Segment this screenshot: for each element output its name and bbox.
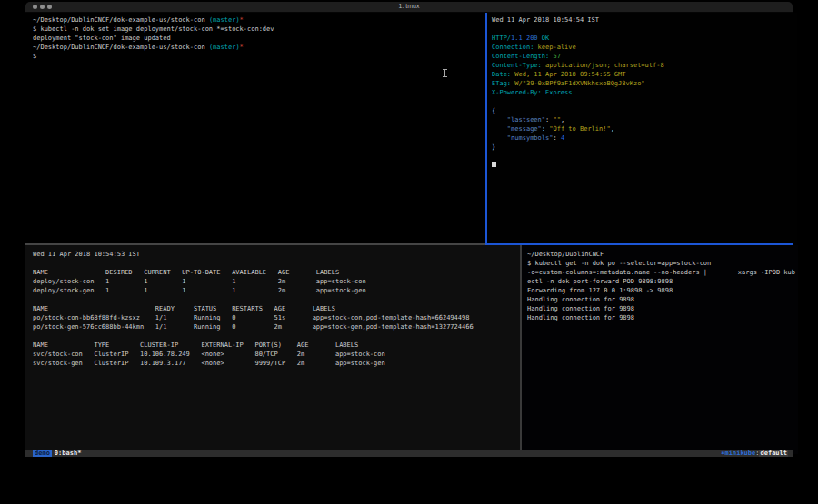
- terminal-line: "numsymbols": 4: [492, 133, 797, 143]
- window-tab-bash[interactable]: 0:bash*: [55, 450, 82, 457]
- terminal-line: "message": "Off to Berlin!",: [492, 124, 797, 133]
- terminal-line: po/stock-gen-576cc688bb-44kmn 1/1 Runnin…: [33, 322, 527, 331]
- terminal-line: Handling connection for 9898: [527, 304, 798, 313]
- tmux-statusbar: demo0:bash* ⎈minikube:default: [25, 450, 793, 457]
- terminal-line: HTTP/1.1 200 OK: [492, 34, 797, 43]
- terminal-line: -o=custom-columns=:metadata.name --no-he…: [527, 268, 798, 277]
- terminal-line: ~/Desktop/DublinCNCF/dok-example-us/stoc…: [33, 43, 493, 52]
- terminal-line: $: [33, 52, 493, 61]
- terminal-line: Date: Wed, 11 Apr 2018 09:54:55 GMT: [492, 70, 797, 79]
- terminal-line: NAME TYPE CLUSTER-IP EXTERNAL-IP PORT(S)…: [33, 341, 527, 350]
- terminal-line: deployment "stock-con" image updated: [33, 34, 493, 43]
- terminal-line: ~/Desktop/DublinCNCF/dok-example-us/stoc…: [33, 15, 493, 25]
- window-title: 1. tmux: [25, 3, 793, 9]
- desktop: 1. tmux ~/Desktop/DublinCNCF/dok-example…: [0, 0, 818, 504]
- pane-port-forward[interactable]: ~/Desktop/DublinCNCF$ kubectl get -n dok…: [522, 245, 798, 454]
- block-cursor: [492, 162, 496, 167]
- terminal-line: }: [492, 143, 797, 152]
- terminal-line: NAME READY STATUS RESTARTS AGE LABELS: [33, 304, 527, 313]
- session-name: demo: [33, 450, 52, 457]
- terminal-line: po/stock-con-bb68f88fd-kzsxz 1/1 Running…: [33, 313, 527, 322]
- terminal-line: ~/Desktop/DublinCNCF: [527, 250, 798, 259]
- terminal-line: [492, 152, 797, 161]
- terminal-line: Content-Type: application/json; charset=…: [492, 61, 797, 70]
- kube-namespace: default: [759, 450, 788, 457]
- terminal-line: NAME DESIRED CURRENT UP-TO-DATE AVAILABL…: [33, 268, 527, 277]
- terminal-line: deploy/stock-con 1 1 1 1 2m app=stock-co…: [33, 277, 527, 286]
- status-right: ⎈minikube:default: [721, 450, 788, 457]
- terminal-line: "lastseen": "",: [492, 115, 797, 124]
- terminal-line: Wed 11 Apr 2018 10:54:54 IST: [492, 15, 797, 25]
- terminal-line: $ kubectl get -n dok po --selector=app=s…: [527, 259, 798, 268]
- terminal-line: Handling connection for 9898: [527, 295, 798, 304]
- terminal-line: [492, 161, 797, 170]
- ibeam-mouse-cursor-icon: [443, 69, 447, 77]
- terminal-line: [33, 259, 527, 268]
- terminal-line: {: [492, 106, 797, 115]
- terminal-line: [492, 25, 797, 34]
- terminal-line: ectl -n dok port-forward POD 9898:9898: [527, 277, 798, 286]
- terminal-window: 1. tmux ~/Desktop/DublinCNCF/dok-example…: [25, 2, 793, 457]
- kube-context: minikube: [725, 450, 756, 457]
- terminal-line: deploy/stock-gen 1 1 1 1 2m app=stock-ge…: [33, 286, 527, 295]
- terminal-line: Forwarding from 127.0.0.1:9898 -> 9898: [527, 286, 798, 295]
- pane-kubectl-get[interactable]: Wed 11 Apr 2018 10:54:53 IST NAME DESIRE…: [25, 245, 527, 454]
- terminal-line: Handling connection for 9898: [527, 313, 798, 322]
- terminal-line: [33, 295, 527, 304]
- terminal-line: ETag: W/"39-0xBPf9aF1dXVNkhsxoBQgJ8vKzo": [492, 79, 797, 88]
- window-titlebar[interactable]: 1. tmux: [25, 2, 793, 13]
- terminal-line: X-Powered-By: Express: [492, 88, 797, 97]
- terminal-line: svc/stock-con ClusterIP 10.106.78.249 <n…: [33, 350, 527, 359]
- terminal-line: [492, 97, 797, 106]
- terminal-line: Content-Length: 57: [492, 52, 797, 61]
- terminal-line: Wed 11 Apr 2018 10:54:53 IST: [33, 250, 527, 259]
- terminal-line: $ kubectl -n dok set image deployment/st…: [33, 25, 493, 34]
- terminal-line: [33, 331, 527, 341]
- terminal-line: svc/stock-gen ClusterIP 10.109.3.177 <no…: [33, 359, 527, 368]
- terminal-line: Connection: keep-alive: [492, 43, 797, 52]
- pane-http-response[interactable]: Wed 11 Apr 2018 10:54:54 IST HTTP/1.1 20…: [487, 13, 797, 246]
- pane-shell-set-image[interactable]: ~/Desktop/DublinCNCF/dok-example-us/stoc…: [25, 13, 493, 246]
- status-left: demo0:bash*: [33, 450, 81, 457]
